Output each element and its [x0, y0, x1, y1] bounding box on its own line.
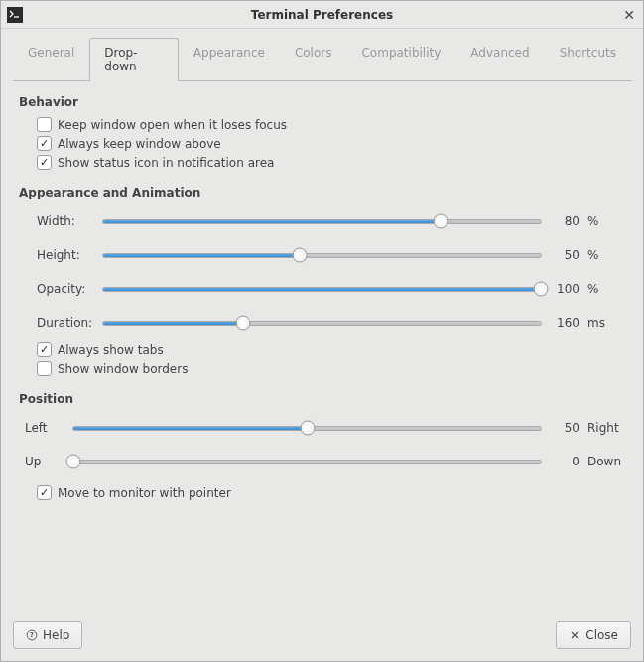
svg-rect-0 [8, 8, 22, 22]
height-label: Height: [37, 248, 102, 262]
keep-open-row[interactable]: Keep window open when it loses focus [37, 117, 625, 132]
height-row: Height: 50 % [37, 241, 625, 269]
move-to-pointer-label: Move to monitor with pointer [58, 486, 231, 500]
position-heading: Position [19, 392, 625, 406]
tab-colors[interactable]: Colors [280, 38, 347, 81]
always-above-label: Always keep window above [58, 137, 221, 151]
move-to-pointer-checkbox[interactable] [37, 485, 52, 500]
duration-label: Duration: [37, 316, 102, 330]
window-close-button[interactable]: ✕ [623, 8, 635, 22]
footer: ? Help Close [1, 611, 643, 661]
content-area: General Drop-down Appearance Colors Comp… [1, 29, 643, 611]
tab-general[interactable]: General [13, 38, 89, 81]
appearance-anim-heading: Appearance and Animation [19, 186, 625, 199]
width-label: Width: [37, 214, 102, 228]
opacity-slider[interactable] [102, 275, 542, 303]
vertical-position-value: 0 [542, 455, 583, 468]
width-row: Width: 80 % [37, 207, 625, 235]
tab-bar: General Drop-down Appearance Colors Comp… [13, 37, 631, 81]
keep-open-checkbox[interactable] [37, 117, 52, 132]
show-borders-checkbox[interactable] [37, 361, 52, 376]
vertical-position-row: Up 0 Down [25, 448, 625, 475]
down-label: Down [583, 455, 625, 468]
tab-compatibility[interactable]: Compatibility [346, 38, 455, 81]
left-label: Left [25, 421, 72, 435]
height-unit: % [583, 248, 625, 262]
horizontal-position-value: 50 [542, 421, 583, 435]
tab-dropdown[interactable]: Drop-down [89, 38, 179, 81]
always-show-tabs-checkbox[interactable] [37, 342, 52, 357]
duration-value: 160 [542, 316, 583, 330]
always-show-tabs-label: Always show tabs [58, 343, 164, 357]
always-above-checkbox[interactable] [37, 136, 52, 151]
status-icon-checkbox[interactable] [37, 155, 52, 170]
duration-row: Duration: 160 ms [37, 309, 625, 336]
show-borders-row[interactable]: Show window borders [37, 361, 625, 376]
width-value: 80 [542, 214, 583, 228]
height-slider[interactable] [102, 241, 542, 269]
close-icon [569, 629, 580, 641]
behavior-heading: Behavior [19, 95, 625, 109]
right-label: Right [583, 421, 625, 435]
dropdown-panel: Behavior Keep window open when it loses … [13, 81, 631, 611]
help-button-label: Help [43, 628, 69, 642]
opacity-label: Opacity: [37, 282, 102, 296]
tab-shortcuts[interactable]: Shortcuts [545, 38, 631, 81]
vertical-position-slider[interactable] [72, 448, 542, 475]
move-to-pointer-row[interactable]: Move to monitor with pointer [37, 485, 625, 500]
show-borders-label: Show window borders [58, 362, 188, 376]
duration-slider[interactable] [102, 309, 542, 336]
preferences-window: Terminal Preferences ✕ General Drop-down… [0, 0, 644, 662]
status-icon-row[interactable]: Show status icon in notification area [37, 155, 625, 170]
help-icon: ? [26, 629, 38, 641]
opacity-row: Opacity: 100 % [37, 275, 625, 303]
titlebar: Terminal Preferences ✕ [1, 1, 643, 29]
width-unit: % [583, 214, 625, 228]
horizontal-position-row: Left 50 Right [25, 414, 625, 442]
keep-open-label: Keep window open when it loses focus [58, 118, 287, 132]
height-value: 50 [542, 248, 583, 262]
help-button[interactable]: ? Help [13, 621, 82, 649]
tab-advanced[interactable]: Advanced [455, 38, 544, 81]
close-button[interactable]: Close [556, 621, 631, 649]
duration-unit: ms [583, 316, 625, 330]
terminal-icon [7, 7, 23, 23]
opacity-unit: % [583, 282, 625, 296]
window-title: Terminal Preferences [1, 8, 643, 22]
close-button-label: Close [585, 628, 618, 642]
status-icon-label: Show status icon in notification area [58, 156, 274, 170]
horizontal-position-slider[interactable] [72, 414, 542, 442]
width-slider[interactable] [102, 207, 542, 235]
always-show-tabs-row[interactable]: Always show tabs [37, 342, 625, 357]
tab-appearance[interactable]: Appearance [179, 38, 280, 81]
always-above-row[interactable]: Always keep window above [37, 136, 625, 151]
svg-text:?: ? [30, 631, 34, 639]
